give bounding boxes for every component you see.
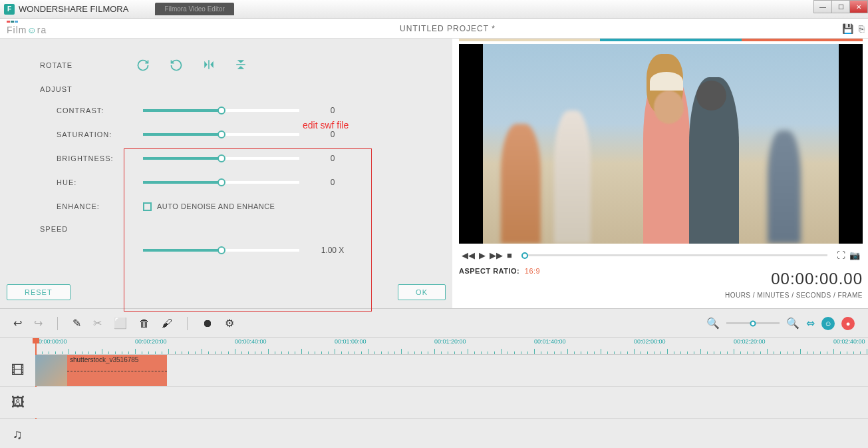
flip-horizontal-icon[interactable]: [203, 59, 215, 71]
record-badge-icon[interactable]: ●: [841, 317, 855, 330]
forward-icon[interactable]: ▶▶: [490, 250, 503, 260]
flip-vertical-icon[interactable]: [235, 59, 247, 71]
app-header: Film☺ra UNTITLED PROJECT * 💾 ⎘: [0, 19, 868, 39]
ruler-tick: 00:01:00:00: [335, 338, 366, 345]
save-icon[interactable]: 💾: [842, 23, 853, 34]
image-track-icon[interactable]: 🖼: [0, 387, 35, 418]
rotate-ccw-icon[interactable]: [170, 59, 183, 72]
annotation-text: edit swf file: [303, 120, 349, 130]
help-icon[interactable]: ☺: [821, 317, 835, 330]
enhance-text: AUTO DENOISE AND ENHANCE: [157, 202, 275, 210]
aspect-label: ASPECT RATIO:: [459, 267, 519, 275]
ok-button[interactable]: OK: [398, 284, 446, 300]
ruler-tick: 00:00:20:00: [135, 338, 167, 345]
zoom-slider[interactable]: [726, 322, 780, 324]
hue-value: 0: [299, 178, 366, 187]
brightness-slider[interactable]: [143, 157, 299, 160]
ruler-tick: 00:00:00:00: [35, 338, 67, 345]
ruler-tick: 00:02:20:00: [734, 338, 766, 345]
progress-slider[interactable]: [521, 254, 827, 256]
background-tab[interactable]: Filmora Video Editor: [155, 3, 233, 15]
svg-rect-1: [236, 64, 245, 65]
timeline-toolbar: ↩ ↪ ✎ ✂ ⬜ 🗑 🖌 ⏺ ⚙ 🔍 🔍 ⇔ ☺ ●: [0, 308, 868, 338]
split-icon[interactable]: ✂: [93, 317, 102, 330]
speed-slider[interactable]: [143, 249, 299, 252]
stop-icon[interactable]: ■: [507, 250, 512, 260]
fit-icon[interactable]: ⇔: [806, 317, 815, 330]
image-track[interactable]: [35, 387, 868, 418]
zoom-out-icon[interactable]: 🔍: [706, 317, 720, 330]
timeline: 00:00:00:0000:00:20:0000:00:40:0000:01:0…: [0, 338, 868, 448]
delete-icon[interactable]: 🗑: [139, 318, 150, 330]
ruler-tick: 00:00:40:00: [235, 338, 267, 345]
enhance-checkbox[interactable]: [143, 202, 152, 211]
saturation-label: SATURATION:: [57, 130, 143, 138]
ruler-tick: 00:02:40:00: [833, 338, 865, 345]
svg-rect-0: [208, 60, 210, 69]
edit-panel: ROTATE edit swf file ADJUST CONTRAST: 0 …: [0, 39, 452, 308]
export-icon[interactable]: ⎘: [859, 23, 864, 34]
enhance-label: ENHANCE:: [57, 202, 143, 210]
speed-label: SPEED: [40, 225, 442, 233]
brightness-label: BRIGHTNESS:: [57, 154, 143, 162]
color-icon[interactable]: 🖌: [162, 318, 172, 330]
fullscreen-icon[interactable]: ⛶: [837, 250, 845, 260]
clip-label: shutterstock_v3516785: [67, 355, 141, 365]
contrast-label: CONTRAST:: [57, 107, 143, 114]
video-track-icon[interactable]: 🎞: [0, 355, 35, 386]
settings-icon[interactable]: ⚙: [225, 317, 234, 330]
aspect-value: 16:9: [525, 267, 540, 275]
redo-icon[interactable]: ↪: [34, 317, 43, 330]
timeline-ruler[interactable]: 00:00:00:0000:00:20:0000:00:40:0000:01:0…: [35, 338, 868, 355]
zoom-in-icon[interactable]: 🔍: [786, 317, 799, 330]
contrast-value: 0: [299, 106, 366, 115]
app-icon: F: [4, 4, 15, 15]
video-preview: [459, 44, 863, 244]
audio-track-icon[interactable]: ♫: [0, 419, 35, 448]
timecode-label: HOURS / MINUTES / SECONDS / FRAME: [725, 292, 863, 299]
speed-value: 1.00 X: [299, 246, 366, 255]
hue-slider[interactable]: [143, 181, 299, 184]
rewind-icon[interactable]: ◀◀: [462, 250, 475, 260]
rotate-label: ROTATE: [40, 61, 136, 69]
logo: Film☺ra: [0, 21, 53, 36]
app-title: WONDERSHARE FILMORA: [19, 4, 128, 14]
rotate-cw-icon[interactable]: [136, 59, 150, 72]
saturation-slider[interactable]: [143, 133, 299, 136]
hue-label: HUE:: [57, 178, 143, 186]
adjust-label: ADJUST: [40, 85, 442, 93]
minimize-button[interactable]: —: [813, 0, 832, 13]
video-clip[interactable]: shutterstock_v3516785: [35, 355, 167, 386]
timecode: 00:00:00.00: [771, 270, 863, 288]
edit-icon[interactable]: ✎: [72, 317, 81, 330]
close-button[interactable]: ✕: [849, 0, 868, 13]
undo-icon[interactable]: ↩: [13, 317, 22, 330]
reset-button[interactable]: RESET: [7, 284, 71, 300]
project-title: UNTITLED PROJECT *: [53, 24, 842, 33]
audio-track[interactable]: [35, 419, 868, 448]
window-titlebar: F WONDERSHARE FILMORA Filmora Video Edit…: [0, 0, 868, 19]
play-icon[interactable]: ▶: [479, 250, 486, 260]
record-icon[interactable]: ⏺: [202, 318, 213, 330]
ruler-tick: 00:01:40:00: [534, 338, 566, 345]
video-track[interactable]: shutterstock_v3516785: [35, 355, 868, 386]
contrast-slider[interactable]: [143, 109, 299, 112]
preview-panel: ◀◀ ▶ ▶▶ ■ ⛶ 📷 ASPECT RATIO: 16:9 00:00:0…: [452, 39, 868, 308]
ruler-tick: 00:02:00:00: [634, 338, 666, 345]
brightness-value: 0: [299, 154, 366, 163]
crop-icon[interactable]: ⬜: [114, 317, 127, 330]
maximize-button[interactable]: ☐: [831, 0, 850, 13]
ruler-tick: 00:01:20:00: [434, 338, 466, 345]
clip-thumbnail: [35, 355, 67, 386]
snapshot-icon[interactable]: 📷: [849, 250, 860, 260]
saturation-value: 0: [299, 130, 366, 139]
